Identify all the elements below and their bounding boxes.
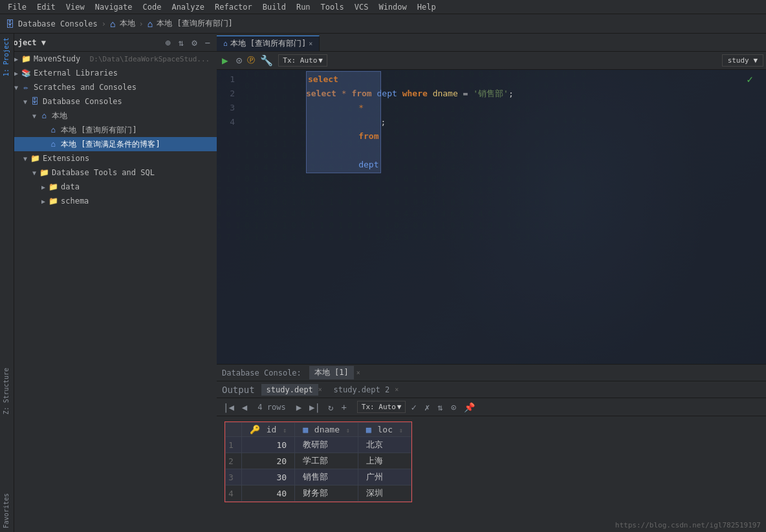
tree-item-extlibs[interactable]: ▶ 📚 External Libraries (0, 66, 217, 80)
menu-view[interactable]: View (61, 1, 90, 13)
menu-code[interactable]: Code (138, 1, 167, 13)
expand-arrow-ext: ▼ (21, 155, 30, 162)
check-mark: ✓ (747, 72, 753, 87)
no-arrow (39, 127, 48, 134)
titlebar-query: 本地 [查询所有部门] (157, 18, 233, 29)
cancel-edit-btn[interactable]: ✗ (422, 401, 432, 414)
table-row[interactable]: 3 30 销售部 广州 (226, 469, 411, 485)
menu-analyze[interactable]: Analyze (166, 1, 210, 13)
titlebar: 🗄 Database Consoles › ⌂ 本地 › ⌂ 本地 [查询所有部… (0, 14, 766, 34)
tree-label-extensions: Extensions (43, 154, 217, 163)
conn-icon: ⌂ (110, 19, 115, 29)
left-structure-tabs: Z: Structure Favorites (0, 364, 14, 532)
table-row[interactable]: 2 20 学工部 上海 (226, 453, 411, 469)
tree-label-query1: 本地 [查询所有部门] (61, 125, 217, 136)
editor-tab-query1[interactable]: ⌂ 本地 [查询所有部门] × (217, 36, 320, 51)
add-btn[interactable]: ⊕ (162, 36, 173, 49)
menu-navigate[interactable]: Navigate (90, 1, 138, 13)
expand-arrow-data: ▶ (39, 184, 48, 191)
expand-arrow-schema: ▶ (39, 198, 48, 205)
next-row-btn[interactable]: ▶ (294, 401, 304, 414)
tree-label-query2: 本地 [查询满足条件的博客] (61, 139, 217, 150)
tree-item-local-conn[interactable]: ▼ ⌂ 本地 (0, 109, 217, 123)
prev-row-btn[interactable]: ◀ (239, 401, 250, 414)
tree-item-data[interactable]: ▶ 📁 data (0, 180, 217, 194)
dname-sort-icon: ⇕ (346, 427, 350, 434)
first-row-btn[interactable]: |◀ (221, 401, 237, 414)
th-id-label: id (267, 425, 277, 434)
tx-label-bottom: Tx: Auto (362, 403, 396, 411)
cell-dname-2: 学工部 (295, 453, 358, 469)
submit-btn[interactable]: ✓ (408, 401, 419, 414)
menu-tools[interactable]: Tools (316, 1, 349, 13)
code-line-4: select * from dept ; (245, 115, 761, 129)
study-dept-tab[interactable]: study.dept (261, 384, 318, 396)
th-id[interactable]: 🔑 id ⇕ (241, 423, 294, 437)
th-dname[interactable]: ▦ dname ⇕ (295, 423, 358, 437)
menu-help[interactable]: Help (412, 1, 441, 13)
filter-btn[interactable]: ⊙ (448, 401, 459, 414)
output-tab-btn[interactable]: Output (219, 383, 257, 396)
run-button[interactable]: ▶ (219, 53, 231, 68)
favorites-tab[interactable]: Favorites (0, 489, 14, 532)
tx-auto-bottom[interactable]: Tx: Auto ▼ (357, 401, 406, 413)
structure-tab[interactable]: Z: Structure (0, 364, 14, 418)
table-outer-border: 🔑 id ⇕ ▦ dname ⇕ ▦ (224, 421, 412, 502)
menu-window[interactable]: Window (373, 1, 411, 13)
tree-item-query2[interactable]: ⌂ 本地 [查询满足条件的博客] (0, 137, 217, 151)
data-table-container[interactable]: 🔑 id ⇕ ▦ dname ⇕ ▦ (217, 416, 766, 532)
tools-btn[interactable]: 🔧 (257, 53, 276, 68)
tree-item-dbtools[interactable]: ▼ 📁 Database Tools and SQL (0, 165, 217, 180)
menu-refactor[interactable]: Refactor (210, 1, 257, 13)
bottom-tab-local[interactable]: 本地 [1] (309, 366, 354, 379)
layout-btn[interactable]: ⇅ (176, 36, 186, 49)
last-row-btn[interactable]: ▶| (307, 401, 323, 414)
study-dept2-close[interactable]: × (395, 386, 399, 393)
table-name2: dept (358, 160, 378, 169)
main-layout: Project ▼ ⊕ ⇅ ⚙ − ▶ 📁 MavenStudy D:\Data… (0, 34, 766, 532)
th-rownum (226, 423, 242, 437)
study-arrow: ▼ (753, 56, 758, 65)
bottom-panel-title: Database Console: (222, 368, 301, 378)
project-panel: Project ▼ ⊕ ⇅ ⚙ − ▶ 📁 MavenStudy D:\Data… (0, 34, 217, 532)
results-table: 🔑 id ⇕ ▦ dname ⇕ ▦ (225, 422, 411, 502)
menu-run[interactable]: Run (291, 1, 316, 13)
add-row-btn[interactable]: + (338, 401, 349, 414)
left-tab-project[interactable]: 1: Project (0, 34, 14, 80)
menu-build[interactable]: Build (257, 1, 291, 13)
menu-vcs[interactable]: VCS (349, 1, 374, 13)
tree-item-dbconsoles[interactable]: ▼ 🗄 Database Consoles (0, 94, 217, 109)
bottom-tab-close[interactable]: × (356, 369, 360, 376)
study-dept-close[interactable]: × (318, 386, 322, 393)
table-row[interactable]: 4 40 财务部 深圳 (226, 485, 411, 502)
bottom-toolbar: Output study.dept × study.dept 2 × (217, 381, 766, 398)
settings-btn[interactable]: ⚙ (189, 36, 199, 49)
menubar: File Edit View Navigate Code Analyze Ref… (0, 0, 766, 14)
study-dept2-tab[interactable]: study.dept 2 (329, 384, 395, 396)
folder-data-icon: 📁 (48, 182, 58, 191)
refresh-btn[interactable]: ↻ (325, 401, 336, 414)
th-loc[interactable]: ▦ loc ⇕ (358, 423, 411, 437)
tree-item-schema[interactable]: ▶ 📁 schema (0, 194, 217, 208)
cell-loc-3: 广州 (358, 469, 411, 485)
keyword-select2: select (308, 74, 338, 84)
menu-edit[interactable]: Edit (32, 1, 61, 13)
titlebar-db-consoles: Database Consoles (18, 19, 98, 28)
url-bar: https://blog.csdn.net/igl782519197 (615, 521, 761, 529)
menu-file[interactable]: File (3, 1, 32, 13)
tx-auto-selector[interactable]: Tx: Auto ▼ (278, 54, 327, 67)
study-button[interactable]: study ▼ (722, 54, 763, 67)
close-panel-btn[interactable]: − (202, 36, 213, 49)
history-btn[interactable]: ⊙ (234, 53, 245, 68)
tree-item-maven[interactable]: ▶ 📁 MavenStudy D:\Data\IdeaWorkSpaceStud… (0, 52, 217, 66)
tab-close-btn[interactable]: × (309, 40, 312, 47)
pin-btn[interactable]: 📌 (461, 401, 477, 414)
selected-code: select * from dept (306, 71, 381, 173)
tree-item-scratches[interactable]: ▼ ✏ Scratches and Consoles (0, 80, 217, 94)
sort-btn[interactable]: ⇅ (435, 401, 445, 414)
tree-item-extensions[interactable]: ▼ 📁 Extensions (0, 151, 217, 165)
tree-item-query1[interactable]: ⌂ 本地 [查询所有部门] (0, 123, 217, 137)
table-row[interactable]: 1 10 教研部 北京 (226, 437, 411, 453)
row-num-3: 3 (226, 469, 242, 485)
panel-header: Project ▼ ⊕ ⇅ ⚙ − (0, 34, 217, 52)
